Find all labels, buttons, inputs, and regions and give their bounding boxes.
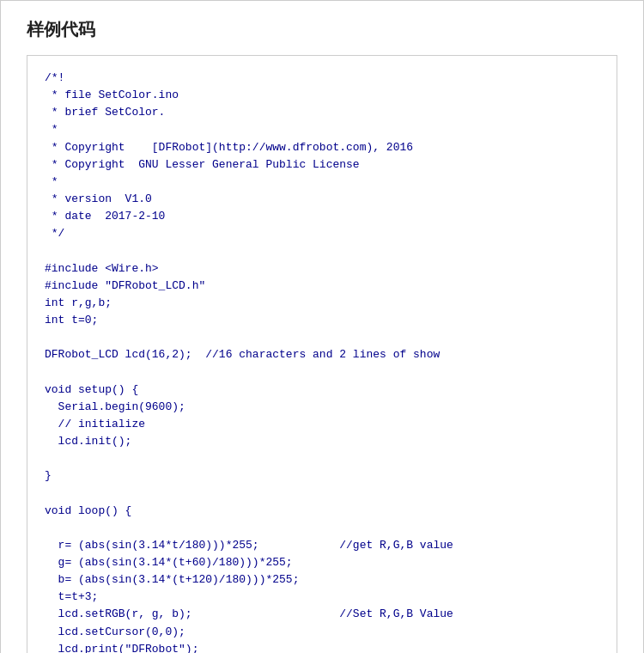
page-container: 样例代码 /*! * file SetColor.ino * brief Set… [0,0,644,653]
section-title: 样例代码 [27,18,617,41]
code-block: /*! * file SetColor.ino * brief SetColor… [27,55,617,653]
